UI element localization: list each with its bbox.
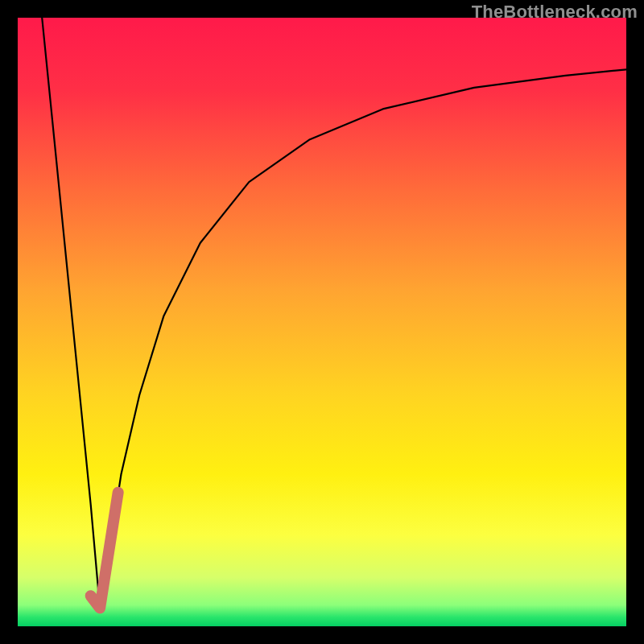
curve-layer [18,18,626,626]
plot-area [18,18,626,626]
bottleneck-curve [42,18,626,608]
watermark-text: TheBottleneck.com [472,2,638,23]
chart-frame: TheBottleneck.com [0,0,644,644]
